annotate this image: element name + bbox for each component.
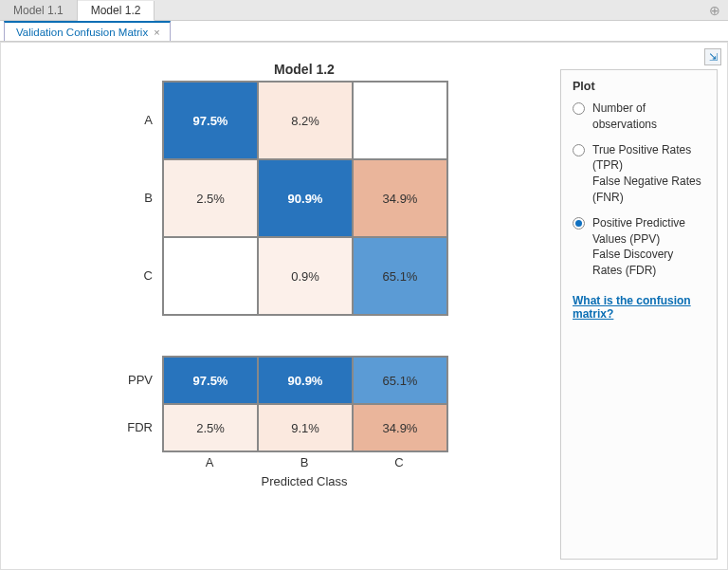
cell-A-A: 97.5% — [163, 82, 258, 159]
radio-tpr-fnr[interactable]: True Positive Rates (TPR)False Negative … — [573, 142, 705, 206]
cell-C-C: 65.1% — [353, 237, 447, 315]
column-labels: A B C — [162, 455, 446, 469]
radio-label: True Positive Rates (TPR)False Negative … — [592, 142, 705, 206]
radio-number-of-observations[interactable]: Number of observations — [573, 101, 705, 133]
chart-area: Model 1.2 True Class A B C 97.5% 8.2% 2.… — [1, 43, 560, 569]
cell-B-C: 34.9% — [353, 159, 447, 237]
row-label-fdr: FDR — [110, 403, 153, 450]
row-label-B: B — [124, 158, 153, 236]
popout-icon[interactable]: ⇲ — [704, 48, 721, 65]
x-axis-label: Predicted Class — [162, 474, 446, 488]
help-link-confusion-matrix[interactable]: What is the confusion matrix? — [573, 294, 705, 321]
radio-label: Positive Predictive Values (PPV)False Di… — [592, 215, 705, 279]
radio-ppv-fdr[interactable]: Positive Predictive Values (PPV)False Di… — [573, 215, 705, 279]
tab-validation-confusion-matrix[interactable]: Validation Confusion Matrix × — [4, 21, 171, 41]
cell-C-B: 0.9% — [258, 237, 353, 315]
radio-icon — [573, 102, 585, 115]
cell-ppv-A: 97.5% — [163, 357, 258, 404]
cell-ppv-C: 65.1% — [353, 357, 447, 404]
cell-C-A — [163, 237, 258, 315]
chart-title: Model 1.2 — [162, 62, 446, 77]
row-label-ppv: PPV — [110, 356, 153, 403]
document-tabbar: Validation Confusion Matrix × — [0, 21, 728, 42]
inner-tab-label: Validation Confusion Matrix — [16, 27, 148, 38]
content-pane: ⇲ Model 1.2 True Class A B C 97.5% 8.2% … — [0, 42, 728, 570]
col-label-C: C — [352, 455, 446, 469]
summary-row-labels: PPV FDR — [110, 356, 153, 450]
cell-fdr-A: 2.5% — [163, 404, 258, 451]
plot-options-panel: Plot Number of observations True Positiv… — [560, 69, 718, 560]
cell-fdr-B: 9.1% — [258, 404, 353, 451]
cell-fdr-C: 34.9% — [353, 404, 447, 451]
row-label-A: A — [124, 81, 153, 158]
model-tab-1-2[interactable]: Model 1.2 — [78, 1, 155, 21]
radio-label: Number of observations — [592, 101, 705, 133]
col-label-A: A — [162, 455, 257, 469]
model-tabbar: Model 1.1 Model 1.2 ⊕ — [0, 0, 728, 21]
cell-A-B: 8.2% — [258, 82, 353, 159]
cell-B-A: 2.5% — [163, 159, 258, 237]
cell-A-C — [353, 82, 447, 159]
close-icon[interactable]: × — [154, 27, 159, 38]
add-tab-icon[interactable]: ⊕ — [709, 3, 720, 18]
radio-icon — [573, 144, 585, 156]
col-label-B: B — [257, 455, 352, 469]
model-tab-1-1[interactable]: Model 1.1 — [0, 0, 78, 20]
panel-title: Plot — [573, 80, 705, 93]
matrix-grid: 97.5% 8.2% 2.5% 90.9% 34.9% 0.9% 65.1% — [162, 81, 448, 316]
cell-ppv-B: 90.9% — [258, 357, 353, 404]
row-labels: A B C — [124, 81, 153, 314]
summary-grid: 97.5% 90.9% 65.1% 2.5% 9.1% 34.9% — [162, 356, 448, 452]
radio-icon — [573, 217, 585, 230]
cell-B-B: 90.9% — [258, 159, 353, 237]
row-label-C: C — [124, 236, 153, 314]
